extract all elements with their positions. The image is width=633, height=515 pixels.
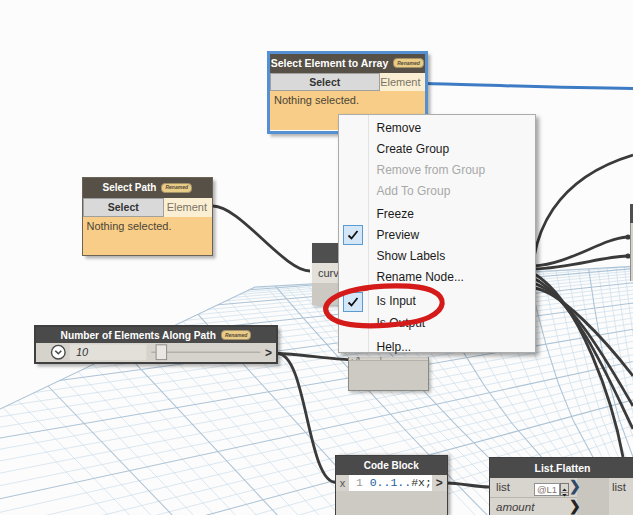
svg-text:10: 10 [76,346,89,358]
svg-text:>: > [265,346,272,360]
